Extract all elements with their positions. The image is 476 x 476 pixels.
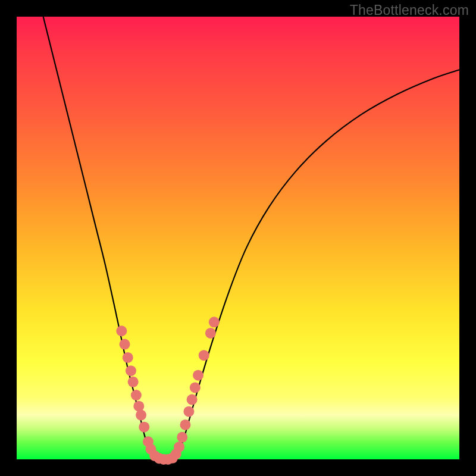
dot (193, 370, 203, 381)
curve-right (171, 70, 459, 459)
dot (116, 325, 127, 336)
highlight-dots (116, 317, 219, 465)
chart-frame: TheBottleneck.com (0, 0, 476, 476)
dot (190, 382, 201, 393)
dot (180, 419, 190, 430)
dot (123, 352, 133, 363)
dot (205, 328, 216, 339)
watermark-text: TheBottleneck.com (350, 2, 469, 18)
plot-area (17, 17, 459, 459)
dot (120, 339, 130, 350)
dot (199, 350, 209, 361)
dot (187, 394, 198, 405)
dot (128, 377, 139, 387)
dot (139, 422, 149, 433)
dot (209, 317, 220, 327)
dot (136, 410, 146, 421)
dot (177, 432, 187, 443)
dot (131, 390, 142, 400)
chart-svg (17, 17, 459, 459)
dot (183, 406, 194, 417)
dot (126, 365, 136, 376)
dot (174, 441, 184, 452)
